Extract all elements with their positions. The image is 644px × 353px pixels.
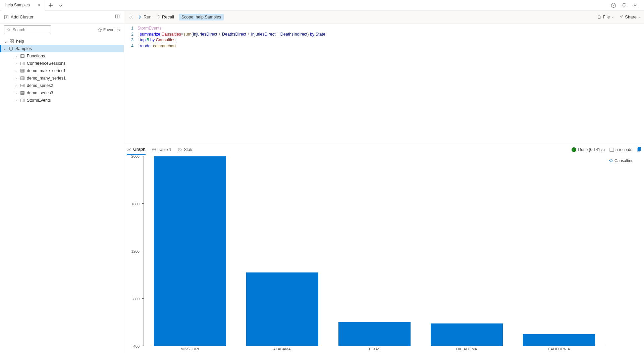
svg-rect-33 [21,92,24,95]
tree-item-conferencesessions[interactable]: ›ConferenceSessions [0,60,124,67]
search-input-container[interactable] [4,26,51,34]
run-label: Run [144,14,152,19]
svg-rect-7 [10,40,11,41]
file-menu[interactable]: File ⌄ [597,14,614,19]
chevron-down-icon: ⌄ [638,15,641,19]
x-tick-label: CALIFORNIA [513,347,605,353]
table-icon [20,98,25,103]
line-number: 3 [124,37,138,43]
status-text: Done (0.141 s) [578,147,605,152]
check-icon: ✓ [572,147,576,152]
share-icon [619,15,624,19]
y-tick-mark [142,251,144,251]
chevron-icon: › [14,54,18,58]
record-count: 5 records [609,147,632,152]
add-cluster-button[interactable]: Add Cluster [4,14,34,19]
code-line: 1StormEvents [124,26,644,32]
file-label: File [603,14,610,19]
tree-item-demo_make_series1[interactable]: ›demo_make_series1 [0,67,124,74]
line-number: 4 [124,43,138,49]
svg-rect-38 [21,99,24,102]
favorites-button[interactable]: Favorites [98,28,120,32]
svg-rect-3 [115,15,119,18]
recall-button[interactable]: Recall [156,14,174,19]
tab-table[interactable]: Table 1 [152,144,171,155]
tree-item-stormevents[interactable]: ›StormEvents [0,97,124,104]
star-icon [98,28,102,32]
panel-collapse-icon[interactable] [115,14,120,20]
toolbar-collapse-icon[interactable] [127,14,133,20]
tree-item-samples[interactable]: ⌄Samples [0,45,124,52]
help-icon[interactable] [610,2,616,8]
records-label: 5 records [615,147,632,152]
query-tab[interactable]: help.Samples × [1,0,45,11]
tree-item-label: help [16,39,24,44]
table-icon [20,68,25,73]
run-button[interactable]: Run [138,14,152,19]
result-tabs: Graph Table 1 Stats ✓ Done (0.141 s) [124,144,644,155]
y-tick-label: 1600 [131,202,140,206]
tree-item-label: ConferenceSessions [27,61,65,66]
share-label: Share [625,14,637,19]
y-tick-label: 400 [133,344,140,348]
tab-table-label: Table 1 [158,147,171,152]
tab-graph[interactable]: Graph [127,144,146,155]
chevron-icon: ⌄ [3,40,7,43]
bar-alabama[interactable] [236,156,328,346]
svg-point-5 [8,29,10,31]
stats-icon [177,147,182,152]
bar-missouri[interactable] [144,156,236,346]
bar-oklahoma[interactable] [421,156,513,346]
scope-indicator[interactable]: Scope: help.Samples [179,14,224,20]
svg-rect-50 [637,148,640,151]
search-input[interactable] [12,28,48,32]
svg-rect-8 [12,40,13,41]
copy-icon[interactable] [637,147,641,153]
chart-legend: Causalties [607,155,644,353]
code-line: 2| summarize Causalties=sum(InjuriesDire… [124,32,644,38]
svg-rect-13 [21,62,24,65]
table-icon [20,76,25,81]
tab-label: help.Samples [5,3,30,7]
table-icon [20,91,25,95]
close-tab-icon[interactable]: × [38,2,41,8]
query-status: ✓ Done (0.141 s) [572,147,605,152]
records-icon [609,148,614,152]
tree-item-label: demo_make_series1 [27,68,66,73]
code-line: 3| top 5 by Causalties [124,37,644,43]
new-tab-icon[interactable] [48,2,54,8]
legend-item[interactable]: Causalties [609,158,642,163]
y-tick-mark [142,346,144,346]
tree-item-help[interactable]: ⌄help [0,38,124,45]
x-tick-label: MISSOURI [144,347,236,353]
feedback-icon[interactable] [621,2,627,8]
query-editor[interactable]: 1StormEvents2| summarize Causalties=sum(… [124,23,644,144]
bar-california[interactable] [513,156,605,346]
svg-rect-28 [21,84,24,87]
svg-point-1 [634,5,636,6]
y-tick-mark [142,156,144,156]
chart: 400800120016002000 MISSOURIALABAMATEXASO… [124,155,607,353]
tree-item-demo_many_series1[interactable]: ›demo_many_series1 [0,74,124,82]
file-icon [597,15,601,19]
cluster-icon [9,39,14,44]
y-tick-label: 800 [133,297,140,301]
tree-item-label: demo_series2 [27,83,53,88]
tab-stats[interactable]: Stats [177,144,194,155]
svg-rect-47 [610,148,614,151]
settings-icon[interactable] [632,2,638,8]
recall-label: Recall [162,14,174,19]
tree-item-demo_series3[interactable]: ›demo_series3 [0,89,124,97]
share-menu[interactable]: Share ⌄ [619,14,641,19]
function-icon [20,54,25,58]
tree-item-label: StormEvents [27,98,51,103]
code-line: 4| render columnchart [124,43,644,49]
recall-icon [156,15,161,19]
x-tick-label: TEXAS [328,347,420,353]
tree-item-label: Functions [27,54,45,58]
y-tick-mark [142,298,144,299]
tree-item-functions[interactable]: ›Functions [0,52,124,60]
tab-dropdown-icon[interactable] [58,2,64,8]
tree-item-demo_series2[interactable]: ›demo_series2 [0,82,124,89]
bar-texas[interactable] [328,156,421,346]
